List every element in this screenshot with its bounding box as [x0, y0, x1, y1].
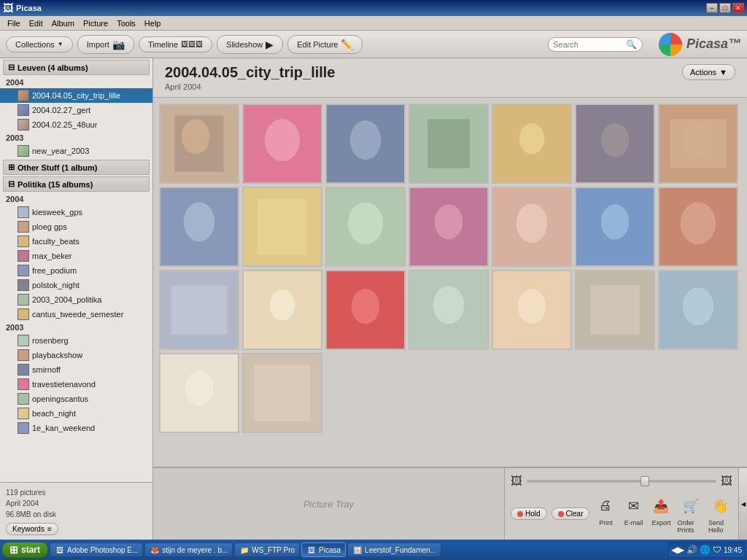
photo-thumb[interactable] [658, 187, 738, 267]
sidebar-item-ploeg[interactable]: ploeg gps [0, 219, 152, 234]
edit-picture-button[interactable]: Edit Picture ✏️ [287, 35, 363, 54]
taskbar-item-picasa[interactable]: 🖼 Picasa [301, 542, 346, 557]
sidebar-item-playback[interactable]: playbackshow [0, 348, 152, 362]
sidebar-group-leuven[interactable]: ⊟ Leuven (4 albums) [3, 60, 150, 75]
sidebar-item-max[interactable]: max_beker [0, 249, 152, 263]
sidebar-item-city-trip[interactable]: 2004.04.05_city_trip_lille [0, 88, 152, 103]
keywords-button[interactable]: Keywords ≡ [6, 523, 58, 535]
photo-thumb[interactable] [325, 104, 406, 184]
photo-thumb[interactable] [492, 187, 572, 267]
photo-thumb[interactable] [325, 187, 406, 267]
album-thumb [18, 119, 29, 131]
clear-button[interactable]: Clear [551, 508, 590, 520]
photo-thumb[interactable] [492, 104, 572, 184]
sidebar-item-48uur[interactable]: 2004.02.25_48uur [0, 117, 152, 132]
export-button[interactable]: 📤 Export [649, 494, 673, 534]
sidebar-item-openings[interactable]: openingscantus [0, 392, 152, 406]
email-label: E-mail [624, 519, 643, 526]
sidebar-item-kiesweek[interactable]: kiesweek_gps [0, 205, 152, 219]
collections-button[interactable]: Collections ▼ [6, 36, 73, 52]
sidebar-group-politika[interactable]: ⊟ Politika (15 albums) [3, 176, 150, 192]
album-name: free_podium [32, 266, 77, 275]
zoom-thumb[interactable] [640, 476, 649, 486]
sidebar-item-beach[interactable]: beach_night [0, 406, 152, 421]
slideshow-button[interactable]: Slideshow ▶ [217, 35, 283, 54]
photo-thumb[interactable] [159, 270, 239, 350]
email-button[interactable]: ✉ E-mail [622, 494, 645, 534]
picasa-logo: Picasa™ [653, 33, 741, 56]
search-input[interactable] [553, 40, 626, 49]
order-prints-button[interactable]: 🛒 Order Prints [677, 494, 703, 534]
sidebar-group-otherstuff[interactable]: ⊞ Other Stuff (1 album) [3, 160, 150, 175]
tray-actions: 🖨 Print ✉ E-mail 📤 Export 🛒 [594, 494, 732, 534]
close-button[interactable]: ✕ [732, 3, 744, 13]
sidebar-scroll[interactable]: ⊟ Leuven (4 albums) 2004 2004.04.05_city… [0, 58, 152, 482]
app-icon: 🖼 [3, 2, 13, 14]
taskbar-item-ftp[interactable]: 📁 WS_FTP Pro [234, 542, 300, 557]
photo-thumb[interactable] [242, 270, 322, 350]
sidebar-item-1e-kan[interactable]: 1e_kan_weekend [0, 421, 152, 435]
menu-album[interactable]: Album [47, 18, 79, 29]
photo-thumb[interactable] [658, 104, 738, 184]
photo-thumb[interactable] [242, 187, 322, 267]
maximize-button[interactable]: □ [719, 3, 731, 13]
menu-help[interactable]: Help [140, 18, 166, 29]
start-button[interactable]: ⊞ start [1, 542, 48, 558]
logo-icon [659, 33, 682, 56]
group-label: Other Stuff (1 album) [18, 163, 97, 172]
photo-thumb[interactable] [492, 270, 572, 350]
send-hello-button[interactable]: 👋 Send Hello [708, 494, 732, 534]
import-button[interactable]: Import 📷 [77, 35, 134, 54]
actions-button[interactable]: Actions ▼ [682, 64, 735, 80]
timeline-icons: 🖼🖼🖼 [181, 40, 203, 48]
photo-thumb[interactable] [658, 270, 738, 350]
photo-thumb[interactable] [409, 104, 489, 184]
photo-thumb[interactable] [575, 270, 655, 350]
sidebar-item-new-year[interactable]: new_year_2003 [0, 144, 152, 158]
zoom-slider[interactable] [527, 480, 716, 483]
taskbar-item-firefox[interactable]: 🦊 stijn de meyere . b... [144, 542, 233, 557]
photo-thumb[interactable] [325, 270, 406, 350]
photo-thumb[interactable] [242, 353, 322, 433]
photo-thumb[interactable] [242, 104, 322, 184]
photo-area: 2004.04.05_city_trip_lille April 2004 Ac… [153, 58, 747, 540]
hold-button[interactable]: Hold [511, 508, 547, 520]
photoshop-icon: 🖼 [55, 545, 65, 555]
search-box[interactable]: 🔍 [548, 37, 643, 52]
photo-thumb[interactable] [159, 187, 239, 267]
firefox-icon: 🦊 [150, 545, 160, 555]
sidebar-item-travesti[interactable]: travestietenavond [0, 377, 152, 392]
menu-tools[interactable]: Tools [112, 18, 140, 29]
picasa-taskbar-icon: 🖼 [306, 545, 317, 555]
collapse-icon: ⊟ [8, 179, 15, 189]
sidebar-item-gert[interactable]: 2004.02.27_gert [0, 103, 152, 117]
taskbar-item-photoshop[interactable]: 🖼 Adobe Photoshop E... [50, 542, 143, 557]
photo-thumb[interactable] [159, 104, 239, 184]
photo-thumb[interactable] [575, 104, 655, 184]
sidebar-item-politika-album[interactable]: 2003_2004_politika [0, 292, 152, 307]
taskbar-item-leerstof[interactable]: 🪟 Leerstof_Fundamen... [347, 542, 441, 557]
keywords-icon: ≡ [47, 525, 52, 533]
print-icon: 🖨 [594, 494, 617, 518]
menu-file[interactable]: File [3, 18, 25, 29]
sidebar-item-rosenberg[interactable]: rosenberg [0, 333, 152, 348]
photo-thumb[interactable] [409, 270, 489, 350]
import-icon: 📷 [112, 39, 125, 50]
timeline-button[interactable]: Timeline 🖼🖼🖼 [139, 36, 212, 52]
sidebar-item-cantus[interactable]: cantus_tweede_semester [0, 307, 152, 322]
minimize-button[interactable]: – [706, 3, 718, 13]
svg-point-25 [516, 203, 547, 243]
sidebar-item-smirnoff[interactable]: smirnoff [0, 362, 152, 377]
photo-thumb[interactable] [575, 187, 655, 267]
album-header: 2004.04.05_city_trip_lille April 2004 Ac… [153, 58, 747, 98]
print-button[interactable]: 🖨 Print [594, 494, 617, 534]
expand-arrow[interactable]: ◀ [738, 468, 747, 540]
slideshow-icon: ▶ [266, 39, 274, 50]
sidebar-item-polstok[interactable]: polstok_night [0, 278, 152, 292]
sidebar-item-free[interactable]: free_podium [0, 263, 152, 278]
menu-edit[interactable]: Edit [25, 18, 47, 29]
sidebar-item-faculty[interactable]: faculty_beats [0, 234, 152, 249]
photo-thumb[interactable] [159, 353, 239, 433]
photo-thumb[interactable] [409, 187, 489, 267]
menu-picture[interactable]: Picture [79, 18, 112, 29]
